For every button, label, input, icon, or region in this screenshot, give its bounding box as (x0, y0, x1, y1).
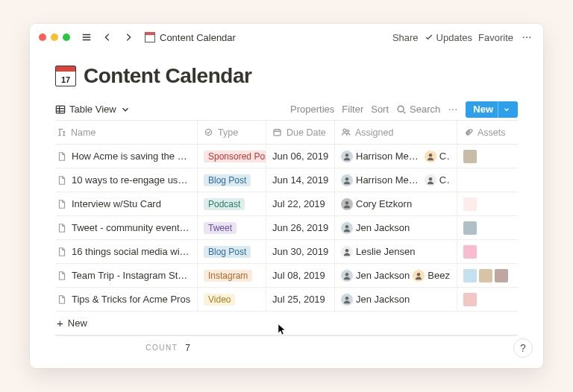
svg-point-14 (345, 177, 349, 180)
svg-point-18 (345, 248, 349, 252)
table-row[interactable]: How Acme is saving the giant iguanaSpons… (55, 145, 518, 168)
cell-name[interactable]: 10 ways to re-engage users with drip (55, 168, 198, 192)
cell-assigned[interactable]: Harrison MedoffCa (335, 168, 457, 192)
page-icon-calendar[interactable]: 17 (55, 66, 76, 86)
asset-thumbnail[interactable] (479, 269, 492, 282)
add-row-label: New (68, 317, 87, 329)
file-property-icon (463, 127, 473, 137)
cell-type[interactable]: Blog Post (198, 240, 266, 263)
table-row[interactable]: Tips & Tricks for Acme ProsVideoJul 25, … (55, 288, 518, 312)
cell-due-date[interactable]: Jul 25, 2019 (266, 288, 335, 311)
cell-due-date[interactable]: Jul 08, 2019 (266, 264, 335, 287)
asset-thumbnail[interactable] (463, 269, 477, 282)
share-button[interactable]: Share (392, 32, 419, 43)
cell-assigned[interactable]: Leslie Jensen (335, 240, 457, 263)
asset-thumbnail[interactable] (463, 245, 477, 259)
cell-type[interactable]: Podcast (198, 192, 266, 215)
table-row[interactable]: 10 ways to re-engage users with dripBlog… (55, 168, 518, 192)
properties-button[interactable]: Properties (287, 102, 337, 116)
table-row[interactable]: Interview w/Stu CardPodcastJul 22, 2019C… (55, 192, 518, 216)
date-property-icon (272, 127, 282, 137)
column-due-date[interactable]: Due Date (266, 121, 335, 144)
type-tag: Blog Post (204, 174, 251, 186)
cell-assets[interactable] (457, 240, 517, 263)
cell-assigned[interactable]: Harrison MedoffCo (335, 145, 457, 168)
cell-type[interactable]: Tweet (198, 216, 266, 239)
person-name: Harrison Medoff (356, 151, 422, 162)
new-button-chevron[interactable] (498, 101, 515, 118)
cell-type[interactable]: Instagram (198, 264, 266, 287)
asset-thumbnail[interactable] (463, 293, 477, 306)
cell-assigned[interactable]: Cory Etzkorn (335, 192, 457, 215)
svg-point-11 (347, 130, 349, 132)
page: 17 Content Calendar Table View Propertie… (30, 51, 543, 368)
assigned-person: Leslie Jensen (341, 246, 416, 258)
cell-type[interactable]: Video (198, 288, 266, 311)
assigned-person: Jen Jackson (341, 222, 410, 234)
cell-name[interactable]: Tips & Tricks for Acme Pros (55, 288, 198, 311)
sidebar-toggle-icon[interactable] (79, 30, 94, 45)
cell-due-date[interactable]: Jun 06, 2019 (266, 145, 335, 168)
cell-name[interactable]: Team Trip - Instagram Story (55, 264, 198, 287)
assigned-person: Beez (413, 270, 450, 282)
zoom-window-button[interactable] (63, 34, 70, 41)
search-button[interactable]: Search (393, 102, 443, 116)
asset-thumbnail[interactable] (463, 150, 477, 163)
svg-point-12 (345, 153, 349, 157)
column-assets[interactable]: Assets (457, 121, 517, 144)
svg-point-4 (398, 106, 404, 112)
cell-assets[interactable] (457, 288, 517, 311)
svg-point-17 (345, 224, 349, 228)
more-icon[interactable] (519, 30, 534, 45)
cell-assets[interactable] (457, 264, 517, 287)
column-type[interactable]: Type (198, 121, 266, 144)
cell-assigned[interactable]: Jen Jackson (335, 288, 457, 311)
view-switch[interactable]: Table View (55, 104, 131, 115)
new-button[interactable]: New (466, 101, 518, 118)
minimize-window-button[interactable] (51, 34, 58, 41)
cell-name[interactable]: 16 things social media will never be abl… (55, 240, 198, 263)
close-window-button[interactable] (39, 34, 46, 41)
breadcrumb[interactable]: Content Calendar (145, 32, 236, 43)
cell-assets[interactable] (457, 216, 517, 239)
search-icon (396, 104, 407, 115)
nav-forward-icon[interactable] (121, 30, 136, 45)
add-row-button[interactable]: +New (55, 312, 518, 335)
filter-button[interactable]: Filter (339, 102, 366, 116)
updates-button[interactable]: Updates (425, 32, 472, 43)
table-row[interactable]: 16 things social media will never be abl… (55, 240, 518, 264)
cell-assets[interactable] (457, 168, 517, 192)
sort-button[interactable]: Sort (368, 102, 392, 116)
assigned-person: Co (425, 151, 451, 162)
help-button[interactable]: ? (513, 338, 533, 358)
count-value: 7 (185, 343, 190, 353)
cell-due-date[interactable]: Jun 26, 2019 (266, 216, 335, 239)
page-title[interactable]: Content Calendar (84, 64, 251, 88)
table-row[interactable]: Tweet - community events kickoffTweetJun… (55, 216, 518, 240)
cell-due-date[interactable]: Jun 14, 2019 (266, 168, 335, 192)
cell-assets[interactable] (457, 145, 517, 168)
nav-back-icon[interactable] (100, 30, 115, 45)
cell-assets[interactable] (457, 192, 517, 215)
type-tag: Sponsored Post (204, 151, 266, 162)
asset-thumbnail[interactable] (463, 197, 477, 211)
cell-name[interactable]: How Acme is saving the giant iguana (55, 145, 198, 168)
svg-point-10 (343, 129, 346, 132)
asset-thumbnail[interactable] (495, 269, 508, 282)
cell-due-date[interactable]: Jun 30, 2019 (266, 240, 335, 263)
favorite-button[interactable]: Favorite (478, 32, 513, 43)
person-name: Jen Jackson (356, 222, 410, 233)
table-row[interactable]: Team Trip - Instagram StoryInstagramJul … (55, 264, 518, 288)
assigned-person: Jen Jackson (341, 294, 410, 306)
cell-type[interactable]: Blog Post (198, 168, 266, 192)
cell-name[interactable]: Tweet - community events kickoff (55, 216, 198, 239)
asset-thumbnail[interactable] (463, 221, 477, 235)
cell-due-date[interactable]: Jul 22, 2019 (266, 192, 335, 215)
cell-type[interactable]: Sponsored Post (198, 145, 266, 168)
column-name[interactable]: Name (55, 121, 198, 144)
column-assigned[interactable]: Assigned (335, 121, 457, 144)
cell-assigned[interactable]: Jen JacksonBeez (335, 264, 457, 287)
toolbar-more-icon[interactable] (445, 103, 461, 116)
cell-name[interactable]: Interview w/Stu Card (55, 192, 198, 215)
cell-assigned[interactable]: Jen Jackson (335, 216, 457, 239)
